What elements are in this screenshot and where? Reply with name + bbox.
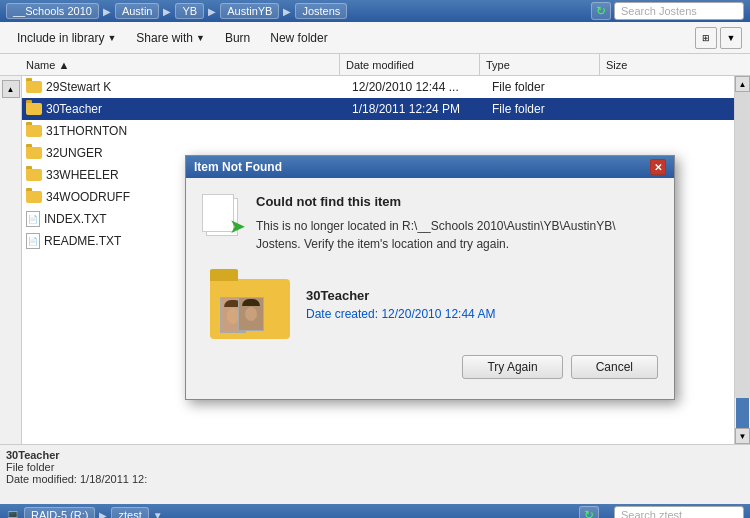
dialog-close-button[interactable]: ✕ [650, 159, 666, 175]
dialog-main-message: Could not find this item [256, 194, 658, 209]
dialog-title: Item Not Found [194, 160, 282, 174]
dialog-message-section: Could not find this item This is no long… [256, 194, 658, 253]
dialog-title-bar: Item Not Found ✕ [186, 156, 674, 178]
document-icon: ➤ [202, 194, 242, 234]
cancel-button[interactable]: Cancel [571, 355, 658, 379]
folder-info: 30Teacher Date created: 12/20/2010 12:44… [306, 288, 495, 321]
dialog-buttons: Try Again Cancel [202, 355, 658, 383]
dialog-body: ➤ Could not find this item This is no lo… [186, 178, 674, 399]
item-not-found-dialog: Item Not Found ✕ ➤ Could not find this i… [185, 155, 675, 400]
folder-photo-2 [238, 297, 264, 331]
dialog-body-text: This is no longer located in R:\__School… [256, 217, 658, 253]
folder-preview-icon [210, 269, 290, 339]
try-again-button[interactable]: Try Again [462, 355, 562, 379]
folder-preview-name: 30Teacher [306, 288, 495, 303]
dialog-top-section: ➤ Could not find this item This is no lo… [202, 194, 658, 253]
folder-body [210, 279, 290, 339]
modal-overlay: Item Not Found ✕ ➤ Could not find this i… [0, 0, 750, 518]
arrow-icon: ➤ [229, 216, 246, 236]
dialog-folder-preview: 30Teacher Date created: 12/20/2010 12:44… [202, 269, 658, 339]
folder-preview-date: Date created: 12/20/2010 12:44 AM [306, 307, 495, 321]
